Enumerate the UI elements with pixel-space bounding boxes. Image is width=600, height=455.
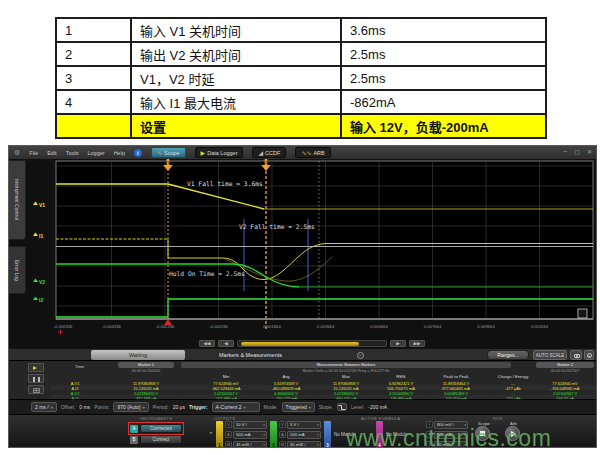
zoom-in-button[interactable]: +	[584, 350, 594, 360]
ranges-button[interactable]: Ranges...	[487, 350, 529, 360]
export-image-button[interactable]	[570, 350, 582, 360]
output-channel-2: 2 V 5 V / A 200 mA W 45 mW /	[270, 421, 322, 448]
grid-tool-button[interactable]	[28, 385, 44, 394]
v2-marker-icon[interactable]	[33, 279, 38, 283]
collapse-icon[interactable]: –	[357, 352, 364, 359]
scrollbar-thumb[interactable]	[241, 342, 359, 346]
table-row: 3 V1，V2 时延 2.5ms	[56, 66, 546, 90]
i2-marker-icon[interactable]	[33, 297, 38, 301]
x-tick: 0.007664	[424, 324, 442, 329]
tab-scope[interactable]: ∿ Scope	[151, 147, 186, 158]
expander-arrow-icon[interactable]: ▸	[210, 429, 213, 435]
marker-tool-button[interactable]	[28, 363, 44, 372]
scroll-right-button[interactable]: ▶	[390, 340, 406, 347]
instrument-b-row: B Connect	[130, 435, 182, 444]
camera-icon	[574, 354, 580, 358]
grid-icon	[33, 388, 40, 393]
waveform-plot[interactable]: V1 I1 V2 I2	[27, 159, 597, 339]
maximize-button[interactable]: ▢	[574, 148, 580, 155]
points-select[interactable]: 970 (Auto)	[113, 402, 148, 412]
channel-2-voltage-scale[interactable]: 5 V /	[287, 421, 321, 429]
channel-2-current-scale[interactable]: 200 mA	[287, 431, 321, 439]
timebase-controls: 2 ms / Offset: 0 ms Points: 970 (Auto) P…	[9, 399, 597, 414]
current-scale-icon: A	[279, 431, 286, 438]
channel-label-v2[interactable]: V2	[39, 279, 45, 285]
window-controls: ─ ▢ ✕	[563, 148, 592, 155]
row-number: 3	[56, 66, 131, 90]
channel-1-current-scale[interactable]: 500 mA	[233, 431, 267, 439]
x-tick: 0.011664	[531, 324, 549, 329]
channel-label-i2[interactable]: I2	[39, 297, 43, 303]
row-name: 设置	[131, 114, 341, 138]
scroll-far-left-button[interactable]: ◀◀	[199, 340, 215, 347]
tab-data-logger[interactable]: ▶ Data Logger	[195, 147, 244, 158]
row-number	[56, 114, 131, 138]
value: 10 V /	[236, 422, 247, 428]
row-value: 2.5ms	[341, 42, 546, 66]
cursors-tool-button[interactable]	[28, 374, 44, 383]
plot-corner-handle[interactable]	[578, 309, 587, 318]
channel-1-voltage-scale[interactable]: 10 V /	[233, 421, 267, 429]
col-rms: RMS	[396, 374, 405, 379]
cursor-bars-icon	[33, 377, 40, 382]
ccdf-curve-icon: ◢	[258, 150, 263, 156]
offset-value[interactable]: 0 ms	[79, 404, 90, 410]
auto-scale-button[interactable]: AUTO SCALE	[533, 350, 567, 360]
menu-tools[interactable]: Tools	[66, 150, 79, 156]
power-scale-icon: W	[225, 441, 232, 448]
row-name: 输出 V2 关机时间	[131, 42, 341, 66]
instrument-a-row: A Connected	[128, 422, 184, 435]
table-row: 4 输入 I1 最大电流 -862mA	[56, 90, 546, 114]
table-row: 2 输出 V2 关机时间 2.5ms	[56, 42, 546, 66]
instrument-b-connect-button[interactable]: Connect	[140, 435, 182, 444]
summary-table: 1 输入 V1 关机时间 3.6ms 2 输出 V2 关机时间 2.5ms 3 …	[55, 17, 547, 139]
menu-logger[interactable]: Logger	[87, 150, 104, 156]
slope-label: Slope:	[319, 404, 333, 410]
channel-2-power-scale[interactable]: 45 mW /	[287, 441, 321, 448]
current-scale-icon: A	[225, 431, 232, 438]
minimize-button[interactable]: ─	[563, 148, 567, 155]
zoom-out-button[interactable]: −	[596, 350, 597, 360]
falling-edge-icon	[338, 404, 346, 411]
markers-measurements-title: Markers & Measurements	[219, 352, 282, 358]
i1-marker-icon[interactable]	[33, 233, 38, 237]
between-markers-subtitle: Marker Delta = 00:00:00.002535 Freq = 39…	[181, 369, 511, 373]
slope-select[interactable]	[337, 403, 347, 411]
sidebar-tab-instrument-control[interactable]: Instrument Control	[9, 160, 26, 240]
tab-ccdf-label: CCDF	[265, 150, 280, 156]
menubar: ⚙ File Edit Tools Logger Help i ∿ Scope …	[9, 146, 596, 159]
status-bar: Waiting Markers & Measurements – Ranges.…	[9, 348, 597, 360]
timebase-select[interactable]: 2 ms /	[31, 402, 57, 412]
menu-help[interactable]: Help	[114, 150, 125, 156]
col-max: Max	[342, 374, 350, 379]
menu-edit[interactable]: Edit	[47, 150, 56, 156]
trigger-source-select[interactable]: A-Current 2	[212, 402, 260, 412]
v1-marker-icon[interactable]	[33, 202, 38, 206]
tab-arb[interactable]: ∿∿ ARB	[295, 147, 330, 158]
scrollbar-track[interactable]	[237, 340, 387, 347]
channel-label-v1[interactable]: V1	[39, 202, 45, 208]
scroll-left-button[interactable]: ◀	[218, 340, 234, 347]
marker1-time: 00:00:00.300032	[118, 369, 174, 373]
value: 200 mA	[290, 432, 304, 438]
close-button[interactable]: ✕	[587, 148, 592, 155]
col-avg: Avg	[282, 374, 289, 379]
channel-1-power-scale[interactable]: 45 mW /	[233, 441, 267, 448]
channel-label-i1[interactable]: I1	[39, 233, 43, 239]
scroll-far-right-button[interactable]: ▶▶	[409, 340, 425, 347]
gear-icon[interactable]: ⚙	[14, 149, 20, 157]
instrument-a-connected-button[interactable]: Connected	[140, 424, 182, 433]
x-tick: -0.000336	[209, 324, 229, 329]
trigger-mode-select[interactable]: Triggered	[282, 402, 315, 412]
value: 5 V /	[290, 422, 299, 428]
info-icon[interactable]: i	[134, 149, 142, 157]
trigger-level-value[interactable]: -200 mA	[368, 404, 387, 410]
row-value: 3.6ms	[341, 18, 546, 42]
menu-file[interactable]: File	[29, 150, 38, 156]
sidebar-tab-error-log[interactable]: Error Log	[9, 246, 26, 294]
marker1-header[interactable]: Marker 1	[118, 362, 174, 368]
tab-ccdf[interactable]: ◢ CCDF	[252, 147, 286, 158]
points-label: Points:	[94, 404, 109, 410]
section-instruments: INSTRUMENTS	[140, 416, 172, 421]
marker2-header[interactable]: Marker 2	[536, 362, 594, 368]
